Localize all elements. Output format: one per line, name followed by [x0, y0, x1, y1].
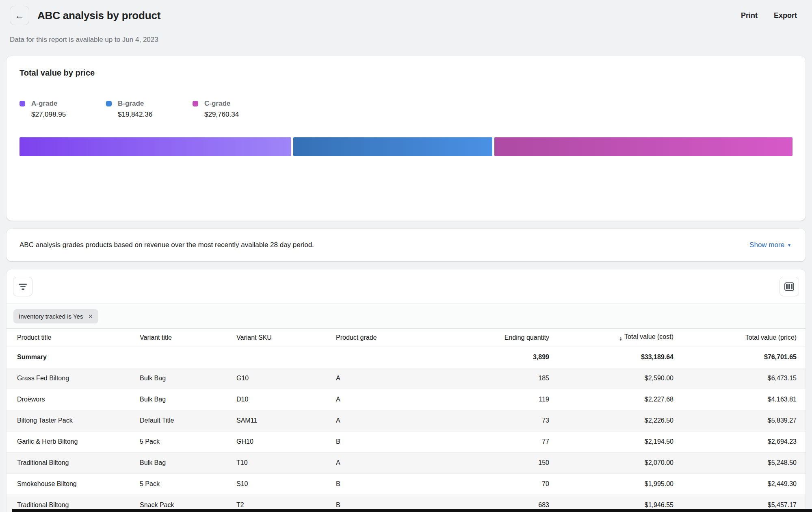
bar-segment-c-grade — [494, 137, 793, 156]
table-row: DroëworsBulk BagD10A119$2,227.68$4,163.8… — [6, 389, 806, 410]
cell: $2,194.50 — [556, 431, 680, 452]
cell: 5 Pack — [133, 473, 230, 495]
cell: $2,590.00 — [556, 368, 680, 389]
summary-row: Summary3,899$33,189.64$76,701.65 — [6, 347, 806, 368]
cell: 185 — [443, 368, 556, 389]
legend-value: $27,098.95 — [31, 111, 106, 119]
table-row: Grass Fed BiltongBulk BagG10A185$2,590.0… — [6, 368, 806, 389]
legend-value: $19,842.36 — [118, 111, 193, 119]
column-header-variant-title[interactable]: Variant title — [133, 329, 230, 347]
cell — [133, 347, 230, 368]
cell: $33,189.64 — [556, 347, 680, 368]
applied-filters-row: Inventory tracked is Yes ✕ — [6, 304, 806, 329]
table-header-row: Product titleVariant titleVariant SKUPro… — [6, 329, 806, 347]
legend-item-a-grade: A-grade $27,098.95 — [19, 100, 106, 119]
edit-columns-button[interactable] — [780, 277, 799, 296]
close-icon[interactable]: ✕ — [88, 313, 93, 319]
cell: 5 Pack — [133, 431, 230, 452]
show-more-link[interactable]: Show more ▼ — [749, 241, 791, 249]
column-header-variant-sku[interactable]: Variant SKU — [230, 329, 329, 347]
column-header-product-title[interactable]: Product title — [6, 329, 133, 347]
cell: 150 — [443, 452, 556, 473]
cell: Garlic & Herb Biltong — [6, 431, 133, 452]
cell: B — [329, 431, 443, 452]
cell: A — [329, 389, 443, 410]
stacked-bar — [19, 137, 793, 156]
cell: $6,473.15 — [680, 368, 806, 389]
page-title: ABC analysis by product — [37, 9, 160, 22]
back-button[interactable]: ← — [10, 6, 29, 25]
cell: $4,163.81 — [680, 389, 806, 410]
column-header-total-value-price-[interactable]: Total value (price) — [680, 329, 806, 347]
legend-label: C-grade — [204, 100, 230, 108]
total-value-card: Total value by price A-grade $27,098.95 … — [6, 56, 806, 221]
legend-item-b-grade: B-grade $19,842.36 — [106, 100, 193, 119]
columns-icon — [784, 282, 794, 291]
cell: $2,227.68 — [556, 389, 680, 410]
description-text: ABC analysis grades products based on re… — [19, 241, 314, 249]
legend-value: $29,760.34 — [204, 111, 279, 119]
bar-segment-b-grade — [293, 137, 492, 156]
cell: $5,839.27 — [680, 410, 806, 431]
b-grade-dot-icon — [106, 101, 112, 106]
cell: SAM11 — [230, 410, 329, 431]
column-header-ending-quantity[interactable]: Ending quantity — [443, 329, 556, 347]
export-button[interactable]: Export — [774, 11, 797, 20]
cell: $76,701.65 — [680, 347, 806, 368]
bottom-edge-strip — [12, 509, 812, 512]
cell: Bulk Bag — [133, 368, 230, 389]
table-row: Traditional BiltongBulk BagT10A150$2,070… — [6, 452, 806, 473]
description-card: ABC analysis grades products based on re… — [6, 229, 806, 261]
report-table-card: Inventory tracked is Yes ✕ Product title… — [6, 269, 806, 512]
sort-icon[interactable]: ▴▾ — [620, 336, 621, 341]
cell: 70 — [443, 473, 556, 495]
cell: D10 — [230, 389, 329, 410]
cell: $2,226.50 — [556, 410, 680, 431]
filter-button[interactable] — [13, 277, 32, 296]
cell: Biltong Taster Pack — [6, 410, 133, 431]
cell: $5,248.50 — [680, 452, 806, 473]
cell: $2,449.30 — [680, 473, 806, 495]
legend-label: B-grade — [118, 100, 144, 108]
legend-label: A-grade — [31, 100, 57, 108]
cell: Default Title — [133, 410, 230, 431]
filter-chip[interactable]: Inventory tracked is Yes ✕ — [13, 309, 98, 323]
cell: A — [329, 452, 443, 473]
cell: Grass Fed Biltong — [6, 368, 133, 389]
cell: 73 — [443, 410, 556, 431]
filter-icon — [19, 284, 27, 290]
c-grade-dot-icon — [193, 101, 198, 106]
cell: Bulk Bag — [133, 389, 230, 410]
bar-segment-a-grade — [19, 137, 291, 156]
table-row: Garlic & Herb Biltong5 PackGH10B77$2,194… — [6, 431, 806, 452]
cell — [230, 347, 329, 368]
a-grade-dot-icon — [19, 101, 25, 106]
column-header-product-grade[interactable]: Product grade — [329, 329, 443, 347]
legend-item-c-grade: C-grade $29,760.34 — [193, 100, 279, 119]
cell: T10 — [230, 452, 329, 473]
cell: Bulk Bag — [133, 452, 230, 473]
cell: 77 — [443, 431, 556, 452]
show-more-label: Show more — [749, 241, 784, 249]
column-header-total-value-cost-[interactable]: ▴▾Total value (cost) — [556, 329, 680, 347]
filter-chip-label: Inventory tracked is Yes — [19, 313, 83, 320]
table-toolbar — [6, 269, 806, 304]
cell: $1,995.00 — [556, 473, 680, 495]
cell: A — [329, 368, 443, 389]
cell: Summary — [6, 347, 133, 368]
page-header: ← ABC analysis by product Print Export — [0, 0, 812, 25]
cell: $2,694.23 — [680, 431, 806, 452]
back-arrow-icon: ← — [15, 10, 24, 21]
table-row: Biltong Taster PackDefault TitleSAM11A73… — [6, 410, 806, 431]
chart-title: Total value by price — [19, 68, 793, 78]
report-table: Product titleVariant titleVariant SKUPro… — [6, 329, 806, 512]
cell: A — [329, 410, 443, 431]
chart-legend: A-grade $27,098.95 B-grade $19,842.36 C-… — [19, 100, 793, 119]
cell: GH10 — [230, 431, 329, 452]
cell: $2,070.00 — [556, 452, 680, 473]
cell: Droëwors — [6, 389, 133, 410]
print-button[interactable]: Print — [741, 11, 758, 20]
cell: 3,899 — [443, 347, 556, 368]
cell: G10 — [230, 368, 329, 389]
availability-note: Data for this report is available up to … — [10, 36, 812, 44]
